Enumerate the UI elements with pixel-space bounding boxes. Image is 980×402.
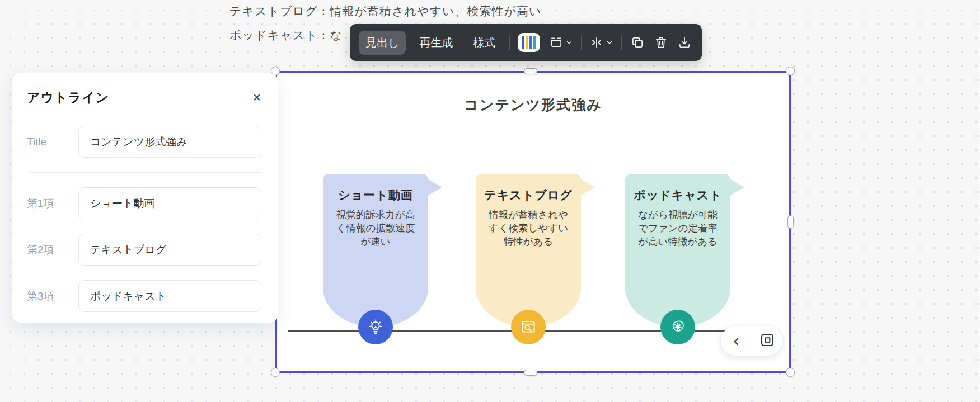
canvas-text-podcast[interactable]: ポッドキャスト：な (229, 27, 343, 43)
chevron-down-icon (606, 39, 613, 46)
outline-row-item1: 第1項 (27, 187, 261, 219)
layout-icon (549, 35, 564, 50)
selection-toolbar: 見出し 再生成 様式 (350, 24, 702, 61)
toolbar-divider (621, 35, 622, 50)
outline-row-label: Title (27, 136, 78, 148)
toolbar-divider (581, 35, 582, 50)
card-body: 視覚的訴求力が高 く情報の拡散速度 が速い (323, 208, 428, 248)
browser-search-icon (511, 310, 546, 344)
outline-row-item3: 第3項 (27, 280, 261, 312)
card-body-line: すく検索しやすい (476, 221, 581, 235)
toolbar-divider (509, 35, 510, 50)
trash-icon (654, 35, 668, 50)
card-body-line: 視覚的訴求力が高 (323, 208, 428, 221)
card-body-line: く情報の拡散速度 (323, 221, 428, 235)
selection-handle-top-right[interactable] (786, 67, 795, 75)
outline-title-input[interactable] (78, 126, 261, 158)
card-body-line: が高い特徴がある (625, 235, 730, 248)
align-compress-button[interactable] (588, 33, 615, 52)
outline-row-label: 第1項 (27, 196, 78, 211)
outline-panel-title: アウトライン (27, 89, 109, 106)
outline-row-label: 第2項 (27, 243, 78, 257)
outline-row-item2: 第2項 (27, 234, 261, 266)
theme-palette-icon (518, 33, 540, 52)
theme-palette-button[interactable] (517, 31, 541, 54)
delete-button[interactable] (653, 33, 669, 52)
outline-panel-header: アウトライン ✕ (12, 73, 278, 106)
duplicate-page-icon (759, 332, 776, 350)
diagram-card-short-video[interactable]: ショート動画 視覚的訴求力が高 く情報の拡散速度 が速い (323, 174, 428, 327)
outline-row-title: Title (27, 126, 261, 158)
selection-handle-bottom-left[interactable] (271, 368, 280, 377)
card-arrow (428, 179, 442, 196)
close-icon[interactable]: ✕ (252, 92, 261, 103)
outline-panel: アウトライン ✕ Title 第1項 第2項 第3項 (12, 73, 278, 323)
selection-handle-bottom-middle[interactable] (524, 370, 537, 376)
diagram-card-podcast[interactable]: ポッドキャスト ながら視聴が可能 でファンの定着率 が高い特徴がある (625, 174, 730, 327)
card-body-line: が速い (323, 235, 428, 248)
outline-item3-input[interactable] (78, 280, 261, 312)
chevron-down-icon (565, 39, 573, 46)
chevron-left-icon: ‹ (733, 333, 739, 349)
lightbulb-icon (358, 310, 393, 344)
card-arrow (580, 179, 595, 196)
heading-button[interactable]: 見出し (359, 31, 406, 55)
card-body: 情報が蓄積されや すく検索しやすい 特性がある (476, 208, 581, 248)
card-body-line: でファンの定着率 (625, 221, 730, 235)
selection-handle-bottom-right[interactable] (786, 368, 795, 377)
card-title: ショート動画 (323, 187, 428, 203)
card-body-line: ながら視聴が可能 (625, 208, 730, 221)
outline-item2-input[interactable] (78, 234, 261, 266)
layout-button[interactable] (548, 33, 574, 52)
card-body: ながら視聴が可能 でファンの定着率 が高い特徴がある (625, 208, 730, 248)
card-title: テキストブログ (476, 187, 581, 203)
duplicate-page-button[interactable] (752, 326, 783, 356)
previous-page-button[interactable]: ‹ (721, 326, 752, 356)
card-body-line: 特性がある (476, 235, 581, 248)
panel-divider (29, 172, 261, 173)
copy-icon (630, 35, 645, 50)
burst-icon (660, 310, 695, 344)
outline-item1-input[interactable] (78, 187, 261, 219)
download-button[interactable] (676, 33, 693, 52)
regenerate-button[interactable]: 再生成 (412, 31, 459, 55)
align-compress-icon (589, 35, 604, 50)
diagram-title: コンテンツ形式強み (277, 96, 789, 114)
selected-diagram[interactable]: コンテンツ形式強み ショート動画 視覚的訴求力が高 く情報の拡散速度 が速い テ… (275, 71, 791, 373)
diagram-card-text-blog[interactable]: テキストブログ 情報が蓄積されや すく検索しやすい 特性がある (476, 174, 581, 327)
selection-handle-right-middle[interactable] (787, 215, 794, 229)
card-body-line: 情報が蓄積されや (476, 208, 581, 221)
selection-handle-top-middle[interactable] (524, 68, 537, 74)
copy-button[interactable] (629, 33, 646, 52)
card-arrow (730, 179, 744, 196)
page-controls: ‹ (721, 326, 782, 356)
style-button[interactable]: 様式 (466, 31, 502, 55)
outline-row-label: 第3項 (27, 289, 78, 304)
card-title: ポッドキャスト (625, 187, 730, 203)
download-icon (677, 35, 692, 50)
canvas-text-blog[interactable]: テキストブログ：情報が蓄積されやすい、検索性が高い (229, 3, 541, 19)
